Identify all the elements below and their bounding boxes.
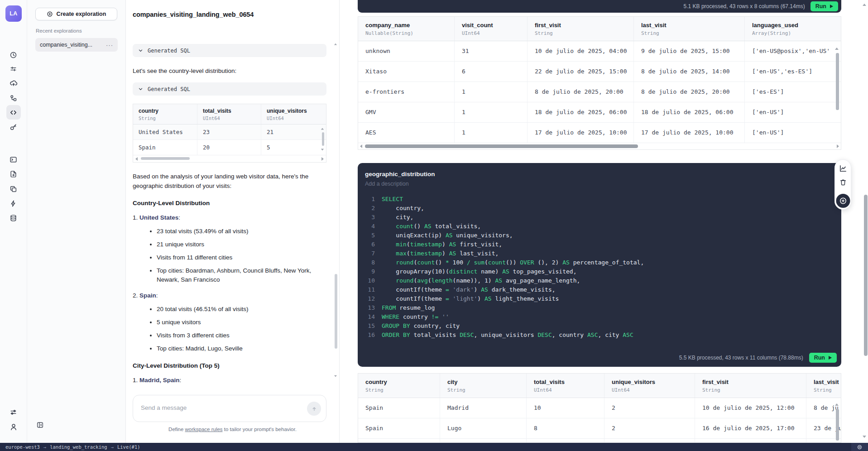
create-exploration-button[interactable]: Create exploration (35, 8, 117, 20)
sidebar-item-exploration[interactable]: companies_visiting... ··· (35, 38, 118, 52)
workspace-rules-link[interactable]: workspace rules (185, 427, 223, 432)
copy-icon[interactable] (6, 182, 21, 196)
table-cell: 1 (454, 82, 527, 102)
scroll-up-arrow[interactable] (863, 4, 866, 6)
message-input[interactable]: Send a message (133, 395, 326, 422)
column-header[interactable]: total_visitsUInt64 (197, 104, 261, 124)
file-export-icon[interactable] (6, 167, 21, 181)
sliders-icon[interactable] (6, 405, 21, 419)
scroll-left-arrow[interactable] (135, 157, 138, 161)
chart-icon[interactable] (839, 164, 847, 173)
scroll-down-arrow[interactable] (863, 436, 866, 438)
workflow-icon[interactable] (6, 91, 21, 105)
scroll-up-arrow[interactable] (334, 43, 337, 45)
code-line[interactable]: 7 max(timestamp) AS last_visit, (365, 249, 834, 258)
code-line[interactable]: 1SELECT (365, 195, 834, 204)
column-header[interactable]: countryString (133, 104, 197, 124)
code-line[interactable]: 15GROUP BY country, city (365, 321, 834, 331)
code-line[interactable]: 10 round(avg(length(name)), 1) AS avg_pa… (365, 276, 834, 285)
chat-scrollbar-thumb[interactable] (335, 274, 337, 349)
code-line[interactable]: 12 countIf(theme = 'light') AS light_the… (365, 294, 834, 303)
scroll-down-arrow[interactable] (334, 375, 337, 377)
table-row[interactable]: AES117 de julio de 2025, 10:0017 de juli… (358, 123, 841, 143)
code-line[interactable]: 4 count() AS total_visits, (365, 222, 834, 231)
scroll-up-arrow[interactable] (835, 48, 839, 50)
generated-sql-collapsible[interactable]: Generated SQL (133, 82, 326, 96)
table-row[interactable]: e-frontiers18 de julio de 2025, 20:008 d… (358, 82, 841, 102)
column-header[interactable]: languages_usedArray(String) (744, 17, 841, 41)
zap-icon[interactable] (6, 196, 21, 211)
workspace-logo[interactable]: LA (5, 5, 22, 22)
trash-icon[interactable] (839, 178, 847, 186)
table-row[interactable]: United States2321 (133, 125, 326, 140)
cloud-upload-icon[interactable] (6, 76, 21, 91)
column-header[interactable]: first_visitString (527, 17, 633, 41)
table-row[interactable]: SpainMadrid10210 de julio de 2025, 12:00… (358, 398, 841, 418)
code-line[interactable]: 3 city, (365, 213, 834, 222)
send-button[interactable] (307, 402, 321, 416)
column-header[interactable]: last_visitString (806, 374, 841, 398)
column-header[interactable]: unique_visitorsUInt64 (261, 104, 326, 124)
table-horizontal-scrollbar[interactable] (358, 143, 841, 149)
table-row[interactable]: SpainLugo8216 de julio de 2025, 17:0023 … (358, 418, 841, 439)
table-row[interactable]: unknown3110 de julio de 2025, 04:009 de … (358, 41, 841, 62)
history-icon[interactable] (6, 48, 21, 62)
scrollbar-thumb[interactable] (141, 157, 190, 160)
code-line[interactable]: 2 country, (365, 204, 834, 213)
code-line[interactable]: 5 uniqExact(ip) AS unique_visitors, (365, 231, 834, 240)
scroll-right-arrow[interactable] (321, 157, 324, 161)
query-description-placeholder[interactable]: Add a description (365, 181, 834, 187)
table-row[interactable] (358, 439, 841, 443)
column-header[interactable]: cityString (440, 374, 526, 398)
column-header[interactable]: unique_visitorsUInt64 (604, 374, 695, 398)
code-icon[interactable] (6, 105, 21, 120)
column-header[interactable]: visit_countUInt64 (454, 17, 527, 41)
table-row[interactable]: Spain205 (133, 140, 326, 155)
table-row[interactable]: GMV118 de julio de 2025, 06:0018 de juli… (358, 102, 841, 123)
column-header[interactable]: countryString (358, 374, 440, 398)
column-header[interactable]: last_visitString (633, 17, 744, 41)
region-label[interactable]: europe-west3 (5, 444, 40, 450)
generated-sql-collapsible[interactable]: Generated SQL (133, 44, 326, 57)
scrollbar-thumb[interactable] (365, 144, 638, 148)
user-icon[interactable] (6, 420, 21, 434)
page-scrollbar-thumb[interactable] (864, 195, 868, 356)
scroll-up-arrow[interactable] (835, 403, 839, 406)
scroll-right-arrow[interactable] (837, 144, 839, 148)
scroll-up-arrow[interactable] (321, 128, 324, 130)
terminal-icon[interactable] (6, 152, 21, 167)
code-line[interactable]: 16ORDER BY total_visits DESC, unique_vis… (365, 331, 834, 340)
column-header[interactable]: first_visitString (695, 374, 806, 398)
table-row[interactable]: Xitaso622 de julio de 2025, 15:008 de ju… (358, 62, 841, 82)
scroll-left-arrow[interactable] (360, 144, 362, 148)
scrollbar-thumb[interactable] (836, 53, 839, 110)
code-line[interactable]: 14WHERE country != '' (365, 312, 834, 321)
code-line[interactable]: 8 round(count() * 100 / sum(count()) OVE… (365, 258, 834, 267)
scrollbar-thumb[interactable] (836, 409, 839, 441)
code-line[interactable]: 11 countIf(theme = 'dark') AS dark_theme… (365, 285, 834, 294)
code-line[interactable]: 6 min(timestamp) AS first_visit, (365, 240, 834, 249)
filter-lines-icon[interactable] (6, 62, 21, 76)
live-status-label[interactable]: Live(#1) (117, 444, 140, 450)
scroll-down-arrow[interactable] (321, 149, 324, 151)
code-line[interactable]: 9 groupArray(10)(distinct name) AS top_p… (365, 267, 834, 276)
key-icon[interactable] (6, 120, 21, 134)
item-menu-icon[interactable]: ··· (106, 42, 113, 48)
run-button[interactable]: Run (809, 353, 837, 363)
add-query-button[interactable] (836, 194, 850, 208)
column-header[interactable]: total_visitsUInt64 (526, 374, 604, 398)
results-table-companies: company_nameNullable(String)visit_countU… (358, 16, 841, 150)
table-cell: ['es-ES'] (744, 82, 841, 102)
database-label[interactable]: landing_web_tracking (50, 444, 107, 450)
query-name[interactable]: geographic_distribution (365, 171, 834, 178)
column-header[interactable]: company_nameNullable(String) (358, 17, 454, 41)
collapse-sidebar-icon[interactable] (36, 421, 44, 429)
sql-code[interactable]: 1SELECT2 country,3 city,4 count() AS tot… (365, 195, 834, 340)
run-button[interactable]: Run (810, 1, 838, 11)
analysis-bullet: Top cities: Madrid, Lugo, Seville (157, 344, 326, 353)
database-icon[interactable] (6, 211, 21, 225)
code-line[interactable]: 13FROM resume_log (365, 303, 834, 312)
help-button[interactable] (851, 443, 868, 451)
table-horizontal-scrollbar[interactable] (133, 155, 326, 162)
scrollbar-thumb[interactable] (322, 132, 324, 146)
